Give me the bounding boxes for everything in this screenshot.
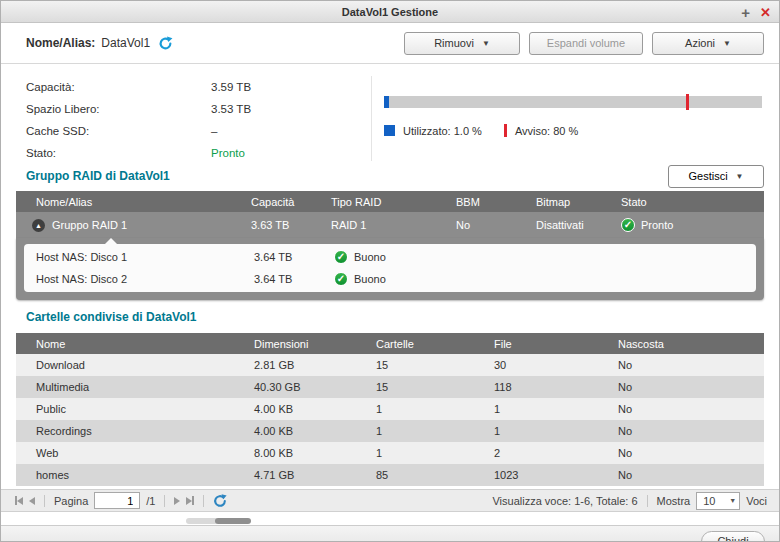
folders-col-folders[interactable]: Cartelle: [376, 338, 494, 350]
folder-name: homes: [16, 469, 254, 481]
usage-bar: [384, 96, 762, 108]
folders-col-hidden[interactable]: Nascosta: [618, 338, 764, 350]
file-count: 2: [494, 447, 618, 459]
raid-table-header: Nome/Alias Capacità Tipo RAID BBM Bitmap…: [16, 191, 764, 212]
folder-count: 15: [376, 381, 494, 393]
raid-group-type: RAID 1: [331, 219, 456, 231]
gap-strip: [1, 512, 779, 525]
ssd-cache-value: –: [211, 125, 217, 137]
manage-button-label: Gestisci: [688, 170, 727, 182]
folders-col-name[interactable]: Nome: [16, 338, 254, 350]
disk-panel: Host NAS: Disco 1 3.64 TB ✓ Buono Host N…: [24, 244, 756, 292]
disk-row[interactable]: Host NAS: Disco 1 3.64 TB ✓ Buono: [24, 246, 756, 268]
warning-legend-swatch: [504, 124, 507, 137]
hidden-flag: No: [618, 425, 764, 437]
folder-size: 8.00 KB: [254, 447, 376, 459]
page-size-select[interactable]: 10 ▼: [696, 492, 740, 510]
folder-count: 15: [376, 359, 494, 371]
table-row[interactable]: Web 8.00 KB 1 2 No: [16, 442, 764, 464]
raid-group-bitmap: Disattivati: [536, 219, 621, 231]
manage-button[interactable]: Gestisci ▼: [668, 165, 764, 188]
info-section: Capacità:3.59 TB Spazio Libero:3.53 TB C…: [1, 64, 779, 161]
collapse-icon[interactable]: ▲: [32, 219, 45, 232]
raid-col-capacity[interactable]: Capacità: [251, 196, 331, 208]
remove-button[interactable]: Rimuovi ▼: [404, 32, 520, 55]
raid-col-bbm[interactable]: BBM: [456, 196, 536, 208]
table-row[interactable]: homes 4.71 GB 85 1023 No: [16, 464, 764, 486]
actions-button-label: Azioni: [685, 37, 715, 49]
raid-col-type[interactable]: Tipo RAID: [331, 196, 456, 208]
file-count: 1: [494, 403, 618, 415]
folder-size: 4.71 GB: [254, 469, 376, 481]
first-page-button[interactable]: [15, 496, 23, 505]
refresh-icon[interactable]: [213, 494, 227, 508]
actions-button[interactable]: Azioni ▼: [652, 32, 764, 55]
raid-group-bbm: No: [456, 219, 536, 231]
partial-tab-stub: [215, 518, 251, 524]
divider: [44, 495, 45, 507]
folder-name: Public: [16, 403, 254, 415]
file-count: 118: [494, 381, 618, 393]
folders-col-size[interactable]: Dimensioni: [254, 338, 376, 350]
warning-legend-label: Avviso: 80 %: [515, 125, 578, 137]
volume-name-value: DataVol1: [101, 36, 150, 50]
previous-page-button[interactable]: [29, 497, 35, 505]
footer-bar: Chiudi: [1, 525, 779, 542]
status-value: Pronto: [211, 147, 245, 159]
raid-group-name: Gruppo RAID 1: [52, 219, 127, 231]
raid-group-capacity: 3.63 TB: [251, 219, 331, 231]
page-number-input[interactable]: [94, 492, 140, 509]
table-row[interactable]: Download 2.81 GB 15 30 No: [16, 354, 764, 376]
close-window-icon[interactable]: ✕: [760, 6, 771, 19]
check-icon: ✓: [334, 272, 348, 286]
window-title: DataVol1 Gestione: [342, 6, 438, 18]
expand-volume-button[interactable]: Espandi volume: [529, 32, 643, 55]
raid-col-bitmap[interactable]: Bitmap: [536, 196, 621, 208]
folder-count: 1: [376, 403, 494, 415]
close-button[interactable]: Chiudi: [701, 531, 765, 542]
last-page-button[interactable]: [186, 496, 194, 505]
remove-button-label: Rimuovi: [434, 37, 474, 49]
table-row[interactable]: Multimedia 40.30 GB 15 118 No: [16, 376, 764, 398]
status-label: Stato:: [26, 147, 211, 159]
raid-col-status[interactable]: Stato: [621, 196, 764, 208]
chevron-down-icon: ▼: [723, 39, 731, 48]
chevron-down-icon: ▼: [729, 497, 736, 504]
folders-table-header: Nome Dimensioni Cartelle File Nascosta: [16, 333, 764, 354]
folder-count: 85: [376, 469, 494, 481]
file-count: 30: [494, 359, 618, 371]
folder-count: 1: [376, 447, 494, 459]
table-row[interactable]: Recordings 4.00 KB 1 1 No: [16, 420, 764, 442]
folders-section-title: Cartelle condivise di DataVol1: [26, 310, 197, 324]
title-bar: DataVol1 Gestione + ✕: [1, 1, 779, 23]
raid-group-status: Pronto: [641, 219, 673, 231]
expand-volume-button-label: Espandi volume: [547, 37, 625, 49]
hidden-flag: No: [618, 359, 764, 371]
raid-col-name[interactable]: Nome/Alias: [16, 196, 251, 208]
hidden-flag: No: [618, 447, 764, 459]
file-count: 1: [494, 425, 618, 437]
raid-expanded-area: Host NAS: Disco 1 3.64 TB ✓ Buono Host N…: [16, 238, 764, 300]
disk-capacity: 3.64 TB: [254, 251, 334, 263]
disk-row[interactable]: Host NAS: Disco 2 3.64 TB ✓ Buono: [24, 268, 756, 290]
folder-count: 1: [376, 425, 494, 437]
folders-col-files[interactable]: File: [494, 338, 618, 350]
table-row[interactable]: Public 4.00 KB 1 1 No: [16, 398, 764, 420]
folders-table: Nome Dimensioni Cartelle File Nascosta D…: [16, 333, 764, 486]
next-page-button[interactable]: [174, 497, 180, 505]
chevron-down-icon: ▼: [736, 172, 744, 181]
folder-size: 2.81 GB: [254, 359, 376, 371]
folder-name: Web: [16, 447, 254, 459]
used-legend-label: Utilizzato: 1.0 %: [403, 125, 482, 137]
rename-icon[interactable]: [158, 36, 173, 51]
folder-name: Download: [16, 359, 254, 371]
toolbar: Nome/Alias: DataVol1 Rimuovi ▼ Espandi v…: [1, 23, 779, 63]
add-window-icon[interactable]: +: [741, 5, 750, 20]
hidden-flag: No: [618, 381, 764, 393]
file-count: 1023: [494, 469, 618, 481]
raid-group-row[interactable]: ▲ Gruppo RAID 1 3.63 TB RAID 1 No Disatt…: [16, 212, 764, 238]
pagination-bar: Pagina /1 Visualizza voce: 1-6, Totale: …: [1, 489, 779, 512]
ssd-cache-label: Cache SSD:: [26, 125, 211, 137]
titlebar-icons: + ✕: [741, 1, 771, 23]
free-space-label: Spazio Libero:: [26, 103, 211, 115]
